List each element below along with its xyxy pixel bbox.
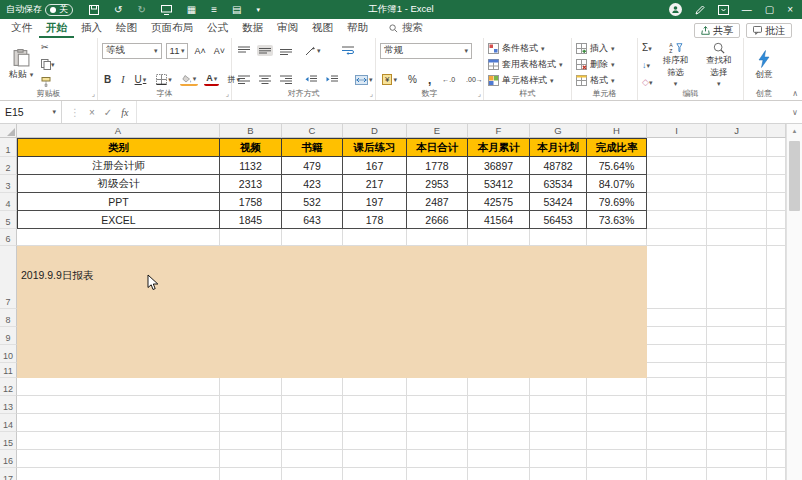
cancel-entry-button[interactable]: × (89, 107, 95, 118)
cell-B2[interactable]: 1132 (220, 157, 282, 175)
cell-H4[interactable]: 79.69% (587, 193, 647, 211)
column-header-H[interactable]: H (587, 124, 647, 138)
cell-H16[interactable] (587, 450, 647, 468)
row-header-6[interactable]: 6 (0, 229, 17, 246)
expand-formula-bar-button[interactable]: ∨ (788, 108, 802, 117)
row-header-10[interactable]: 10 (0, 345, 17, 363)
row-header-8[interactable]: 8 (0, 309, 17, 327)
borders-button[interactable]: ▾ (154, 73, 174, 86)
cell-F4[interactable]: 42575 (468, 193, 530, 211)
cell-J2[interactable] (707, 157, 767, 175)
row-header-15[interactable]: 15 (0, 432, 17, 450)
cell-H13[interactable] (587, 396, 647, 414)
row-header-12[interactable]: 12 (0, 378, 17, 396)
tab-page-layout[interactable]: 页面布局 (144, 19, 200, 38)
cell-H14[interactable] (587, 414, 647, 432)
row-header-1[interactable]: 1 (0, 138, 17, 157)
fill-color-button[interactable]: ▾ (180, 74, 199, 86)
cell-I4[interactable] (647, 193, 707, 211)
cell-H12[interactable] (587, 378, 647, 396)
cell-H6[interactable] (587, 229, 647, 246)
cell-G3[interactable]: 63534 (530, 175, 587, 193)
cell-K6[interactable] (767, 229, 786, 246)
cell-A15[interactable] (17, 432, 220, 450)
conditional-formatting-button[interactable]: 条件格式▾ (488, 42, 567, 55)
cell-B12[interactable] (220, 378, 282, 396)
cell-J12[interactable] (707, 378, 767, 396)
cell-H17[interactable] (587, 468, 647, 480)
number-dialog-launcher[interactable]: ⌟ (478, 90, 481, 98)
cell-I7[interactable] (647, 246, 707, 309)
cell-K11[interactable] (767, 363, 786, 378)
cell-K17[interactable] (767, 468, 786, 480)
cell-A4[interactable]: PPT (17, 193, 220, 211)
cell-I8[interactable] (647, 309, 707, 327)
row-header-3[interactable]: 3 (0, 175, 17, 193)
autosave-toggle[interactable]: 自动保存 关 (6, 3, 73, 16)
cell-J3[interactable] (707, 175, 767, 193)
column-header-A[interactable]: A (17, 124, 220, 138)
cell-A13[interactable] (17, 396, 220, 414)
cell-styles-button[interactable]: 单元格样式▾ (488, 74, 567, 87)
cell-J1[interactable] (707, 138, 767, 157)
cell-I10[interactable] (647, 345, 707, 363)
vertical-scrollbar[interactable]: ▲ (786, 124, 802, 480)
cell-G2[interactable]: 48782 (530, 157, 587, 175)
cell-H15[interactable] (587, 432, 647, 450)
row-header-13[interactable]: 13 (0, 396, 17, 414)
cell-D3[interactable]: 217 (343, 175, 407, 193)
cell-E17[interactable] (407, 468, 468, 480)
cell-H2[interactable]: 75.64% (587, 157, 647, 175)
tab-file[interactable]: 文件 (4, 19, 39, 38)
tab-formulas[interactable]: 公式 (200, 19, 235, 38)
row-header-5[interactable]: 5 (0, 211, 17, 229)
cell-D12[interactable] (343, 378, 407, 396)
decrease-indent-button[interactable] (303, 74, 319, 85)
accounting-format-button[interactable]: ¥▾ (380, 73, 399, 86)
cell-G6[interactable] (530, 229, 587, 246)
font-color-button[interactable]: A▾ (204, 73, 219, 86)
cell-K9[interactable] (767, 327, 786, 345)
cell-K13[interactable] (767, 396, 786, 414)
clipboard-dialog-launcher[interactable]: ⌟ (92, 90, 95, 98)
cell-C13[interactable] (282, 396, 343, 414)
tab-home[interactable]: 开始 (39, 19, 74, 38)
cell-G17[interactable] (530, 468, 587, 480)
cell-E16[interactable] (407, 450, 468, 468)
font-name-select[interactable]: 等线▾ (102, 43, 162, 59)
tab-data[interactable]: 数据 (235, 19, 270, 38)
cell-E5[interactable]: 2666 (407, 211, 468, 229)
underline-button[interactable]: U▾ (133, 73, 149, 86)
collapse-ribbon-button[interactable]: ∧ (792, 89, 798, 98)
cell-I5[interactable] (647, 211, 707, 229)
row-header-14[interactable]: 14 (0, 414, 17, 432)
cell-I16[interactable] (647, 450, 707, 468)
ribbon-display-options-button[interactable] (718, 5, 729, 15)
cell-C6[interactable] (282, 229, 343, 246)
cell-B3[interactable]: 2313 (220, 175, 282, 193)
autosum-button[interactable]: Σ▾ (642, 43, 652, 53)
cell-F12[interactable] (468, 378, 530, 396)
cell-C14[interactable] (282, 414, 343, 432)
cell-E2[interactable]: 1778 (407, 157, 468, 175)
cell-J13[interactable] (707, 396, 767, 414)
wrap-text-button[interactable] (340, 45, 356, 56)
cell-I2[interactable] (647, 157, 707, 175)
format-as-table-button[interactable]: 套用表格格式▾ (488, 58, 567, 71)
orientation-button[interactable]: ▾ (303, 45, 323, 57)
align-center-button[interactable] (257, 74, 273, 85)
row-header-4[interactable]: 4 (0, 193, 17, 211)
cell-F17[interactable] (468, 468, 530, 480)
increase-decimal-button[interactable]: ←.0 (440, 75, 457, 84)
cell-K8[interactable] (767, 309, 786, 327)
name-box[interactable]: E15 ▾ (0, 101, 62, 123)
row-header-9[interactable]: 9 (0, 327, 17, 345)
cell-G4[interactable]: 53424 (530, 193, 587, 211)
cell-C17[interactable] (282, 468, 343, 480)
cell-I6[interactable] (647, 229, 707, 246)
increase-indent-button[interactable] (324, 74, 340, 85)
cell-J14[interactable] (707, 414, 767, 432)
close-button[interactable]: × (787, 4, 793, 15)
cell-K2[interactable] (767, 157, 786, 175)
cell-K7[interactable] (767, 246, 786, 309)
